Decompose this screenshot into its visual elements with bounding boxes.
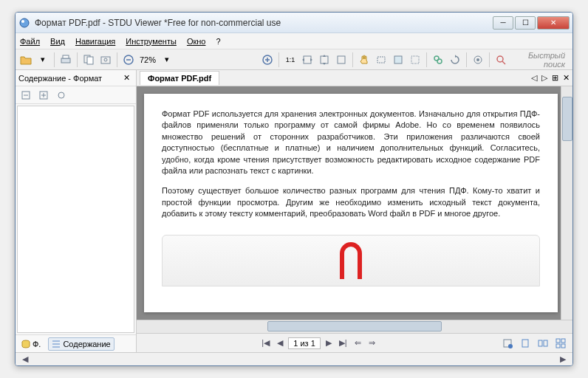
reading-mode-button[interactable] — [500, 336, 515, 351]
database-icon — [21, 340, 30, 348]
status-next[interactable]: ▶ — [558, 354, 568, 364]
zoom-in-button[interactable] — [260, 52, 275, 67]
separator — [466, 52, 467, 67]
svg-line-24 — [502, 61, 505, 64]
sync-button[interactable] — [54, 88, 69, 103]
svg-point-20 — [437, 59, 442, 63]
embedded-image — [162, 235, 540, 286]
rotate-button[interactable] — [448, 52, 462, 67]
first-page-button[interactable]: |◀ — [259, 338, 272, 348]
sidebar: Содержание - Формат ✕ Ф. Содержание — [16, 70, 137, 352]
maximize-button[interactable]: ☐ — [515, 16, 536, 30]
hand-tool-button[interactable] — [357, 52, 372, 67]
svg-rect-6 — [101, 57, 110, 63]
next-page-button[interactable]: ▶ — [324, 338, 334, 348]
separator — [77, 52, 78, 67]
scroll-thumb[interactable] — [267, 321, 442, 331]
fit-width-button[interactable] — [300, 52, 315, 67]
fit-page-button[interactable] — [334, 52, 349, 67]
app-window: Формат PDF.pdf - STDU Viewer *Free for n… — [15, 12, 573, 366]
two-page-button[interactable] — [536, 336, 550, 351]
prev-page-button[interactable]: ◀ — [275, 338, 285, 348]
sidebar-content — [17, 106, 134, 333]
scroll-thumb[interactable] — [562, 97, 572, 141]
separator — [352, 52, 353, 67]
status-bar: ◀ ▶ — [16, 352, 572, 365]
app-icon — [18, 17, 30, 29]
document-tab[interactable]: Формат PDF.pdf — [140, 71, 219, 85]
menu-file[interactable]: Файл — [20, 37, 40, 46]
tab-next-button[interactable]: ▷ — [541, 73, 547, 83]
sidebar-close-button[interactable]: ✕ — [120, 73, 133, 83]
quick-search-icon[interactable] — [493, 52, 508, 67]
svg-rect-15 — [338, 56, 345, 63]
sidebar-title: Содержание - Формат — [18, 74, 120, 83]
menu-navigation[interactable]: Навигация — [75, 37, 115, 46]
svg-rect-16 — [377, 57, 385, 63]
close-button[interactable]: ✕ — [537, 16, 570, 30]
sidebar-header: Содержание - Формат ✕ — [16, 70, 136, 86]
svg-rect-5 — [87, 57, 93, 64]
copy-button[interactable] — [81, 52, 96, 67]
document-view[interactable]: Формат PDF используется для хранения эле… — [137, 86, 572, 320]
fit-height-button[interactable] — [317, 52, 332, 67]
svg-rect-41 — [556, 344, 560, 348]
open-button[interactable] — [18, 52, 33, 67]
svg-rect-39 — [556, 339, 560, 343]
actual-size-button[interactable]: 1:1 — [283, 52, 298, 67]
find-button[interactable] — [431, 52, 445, 67]
document-tab-bar: Формат PDF.pdf ◁ ▷ ⊞ ✕ — [137, 70, 572, 86]
svg-point-7 — [104, 58, 107, 61]
zoom-dropdown[interactable]: ▾ — [160, 52, 174, 67]
expand-all-button[interactable] — [18, 88, 33, 103]
snapshot-button[interactable] — [98, 52, 113, 67]
window-controls: ─ ☐ ✕ — [493, 16, 570, 30]
minimize-button[interactable]: ─ — [493, 16, 513, 30]
zoom-out-button[interactable] — [121, 52, 136, 67]
select-text-button[interactable] — [374, 52, 389, 67]
single-page-button[interactable] — [518, 336, 533, 351]
collapse-all-button[interactable] — [36, 88, 51, 103]
continuous-button[interactable] — [553, 336, 568, 351]
zoom-value: 72% — [138, 55, 157, 64]
vertical-scrollbar[interactable] — [561, 86, 572, 320]
menu-tools[interactable]: Инструменты — [126, 37, 177, 46]
body-area: Содержание - Формат ✕ Ф. Содержание — [16, 70, 572, 352]
titlebar[interactable]: Формат PDF.pdf - STDU Viewer *Free for n… — [16, 13, 572, 33]
tab-contents[interactable]: Содержание — [48, 337, 114, 351]
page-input[interactable]: 1 из 1 — [288, 337, 321, 349]
history-back-button[interactable]: ⇐ — [352, 338, 363, 348]
select-image-button[interactable] — [391, 52, 406, 67]
svg-point-23 — [497, 56, 503, 62]
main-area: Формат PDF.pdf ◁ ▷ ⊞ ✕ Формат PDF исполь… — [137, 70, 572, 352]
quick-search-input[interactable]: Быстрый поиск — [510, 51, 570, 69]
tab-prev-button[interactable]: ◁ — [531, 73, 537, 83]
menu-view[interactable]: Вид — [50, 37, 65, 46]
status-prev[interactable]: ◀ — [20, 354, 30, 364]
paragraph-1: Формат PDF используется для хранения эле… — [162, 109, 540, 176]
svg-rect-2 — [61, 58, 70, 63]
open-dropdown[interactable]: ▾ — [35, 52, 50, 67]
separator — [426, 52, 427, 67]
tab-close-button[interactable]: ✕ — [563, 73, 570, 83]
horizontal-scrollbar[interactable] — [137, 320, 572, 333]
svg-rect-36 — [522, 340, 528, 347]
tab-favorites[interactable]: Ф. — [18, 338, 44, 350]
svg-rect-40 — [561, 339, 565, 343]
svg-rect-13 — [304, 56, 311, 63]
tab-grid-button[interactable]: ⊞ — [552, 73, 558, 83]
svg-point-1 — [21, 20, 24, 23]
toolbar: ▾ 72% ▾ 1:1 Быстрый поиск — [16, 49, 572, 70]
menu-window[interactable]: Окно — [187, 37, 206, 46]
settings-button[interactable] — [471, 52, 485, 67]
svg-rect-18 — [411, 56, 419, 63]
svg-point-0 — [20, 18, 29, 27]
print-button[interactable] — [58, 52, 73, 67]
paragraph-2: Поэтому существует большое количество ра… — [162, 185, 540, 219]
menu-help[interactable]: ? — [216, 37, 220, 46]
last-page-button[interactable]: ▶| — [337, 338, 349, 348]
separator — [278, 52, 279, 67]
select-region-button[interactable] — [408, 52, 423, 67]
history-forward-button[interactable]: ⇒ — [366, 338, 377, 348]
view-mode-controls — [500, 336, 568, 351]
